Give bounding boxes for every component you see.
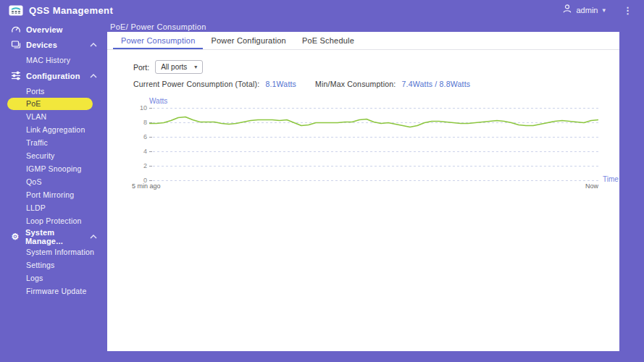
sidebar-item-overview[interactable]: Overview <box>0 22 107 37</box>
tab-power-consumption[interactable]: Power Consumption <box>113 33 203 49</box>
y-axis-ticks: 1086420 <box>132 108 149 181</box>
y-tick-label: 6 <box>143 133 147 140</box>
chevron-up-icon <box>90 74 97 78</box>
app-logo-icon <box>9 4 23 17</box>
current-consumption-stat: Current Power Consumption (Total): 8.1Wa… <box>133 80 296 88</box>
chevron-up-icon <box>90 43 97 47</box>
x-axis-end-label: Now <box>585 182 598 190</box>
sidebar-item-label: Devices <box>26 41 57 49</box>
user-menu[interactable]: admin ▾ <box>562 4 606 17</box>
sidebar-item-devices[interactable]: Devices <box>0 37 107 52</box>
tab-poe-schedule[interactable]: PoE Schedule <box>294 33 362 49</box>
current-consumption-label: Current Power Consumption (Total): <box>133 80 259 88</box>
top-bar: QSS Management admin ▾ ⋮ <box>0 0 644 20</box>
minmax-consumption-label: Min/Max Consumption: <box>315 80 396 88</box>
sidebar-item-igmp-snooping[interactable]: IGMP Snooping <box>0 162 107 175</box>
chevron-up-icon <box>90 235 97 239</box>
gauge-icon <box>10 25 21 34</box>
gear-icon: ⚙ <box>10 232 20 241</box>
sidebar-item-system-information[interactable]: System Information <box>0 245 107 258</box>
sidebar: Overview Devices MAC History Configurati… <box>0 20 107 362</box>
sidebar-item-label: Overview <box>26 25 63 34</box>
user-icon <box>562 4 572 17</box>
plot-area: 5 min ago Now Time <box>149 108 598 181</box>
minmax-consumption-value: 7.4Watts / 8.8Watts <box>402 80 471 88</box>
sidebar-item-label: Configuration <box>26 72 80 80</box>
chart-canvas <box>149 108 598 181</box>
sidebar-item-ports[interactable]: Ports <box>0 85 107 98</box>
sidebar-item-mac-history[interactable]: MAC History <box>0 54 107 67</box>
main-panel: Power Consumption Power Configuration Po… <box>107 32 619 351</box>
sidebar-item-security[interactable]: Security <box>0 149 107 162</box>
port-filter-row: Port: All ports ▾ <box>133 60 619 74</box>
sidebar-item-poe[interactable]: PoE <box>7 98 93 110</box>
chevron-down-icon: ▾ <box>602 7 606 14</box>
sidebar-item-qos[interactable]: QoS <box>0 175 107 188</box>
sidebar-item-logs[interactable]: Logs <box>0 272 107 285</box>
tab-bar: Power Consumption Power Configuration Po… <box>107 32 619 50</box>
sidebar-item-vlan[interactable]: VLAN <box>0 110 107 123</box>
more-options-button[interactable]: ⋮ <box>620 5 635 16</box>
consumption-line <box>149 117 598 127</box>
sidebar-item-configuration[interactable]: Configuration <box>0 68 107 83</box>
y-axis-title: Watts <box>149 97 619 105</box>
sidebar-item-link-aggregation[interactable]: Link Aggregation <box>0 123 107 136</box>
sidebar-item-settings[interactable]: Settings <box>0 258 107 272</box>
power-consumption-chart: Watts 1086420 5 min ago Now Time <box>132 97 619 181</box>
x-axis-title: Time <box>603 175 619 183</box>
y-tick-label: 8 <box>143 119 147 126</box>
sidebar-item-loop-protection[interactable]: Loop Protection <box>0 214 107 227</box>
sidebar-item-port-mirroring[interactable]: Port Mirroring <box>0 188 107 201</box>
sliders-icon <box>10 71 21 80</box>
y-tick-label: 4 <box>143 148 147 155</box>
stats-row: Current Power Consumption (Total): 8.1Wa… <box>133 80 619 88</box>
port-label: Port: <box>133 63 149 72</box>
minmax-consumption-stat: Min/Max Consumption: 7.4Watts / 8.8Watts <box>315 80 470 88</box>
tab-power-configuration[interactable]: Power Configuration <box>203 33 293 49</box>
x-axis-start-label: 5 min ago <box>132 182 161 190</box>
sidebar-item-lldp[interactable]: LLDP <box>0 201 107 214</box>
current-consumption-value: 8.1Watts <box>265 80 296 88</box>
app-title: QSS Management <box>29 5 113 16</box>
sidebar-item-label: System Manage... <box>25 228 90 245</box>
sidebar-item-firmware-update[interactable]: Firmware Update <box>0 285 107 298</box>
port-select[interactable]: All ports ▾ <box>155 60 203 74</box>
chevron-down-icon: ▾ <box>194 64 197 70</box>
sidebar-item-system-management[interactable]: ⚙ System Manage... <box>0 229 107 244</box>
y-tick-label: 2 <box>143 162 147 169</box>
devices-icon <box>10 40 21 49</box>
sidebar-item-traffic[interactable]: Traffic <box>0 136 107 149</box>
y-tick-label: 10 <box>140 104 147 111</box>
breadcrumb[interactable]: PoE/ Power Consumption <box>110 22 206 31</box>
port-select-value: All ports <box>161 63 187 71</box>
user-name: admin <box>577 6 598 14</box>
